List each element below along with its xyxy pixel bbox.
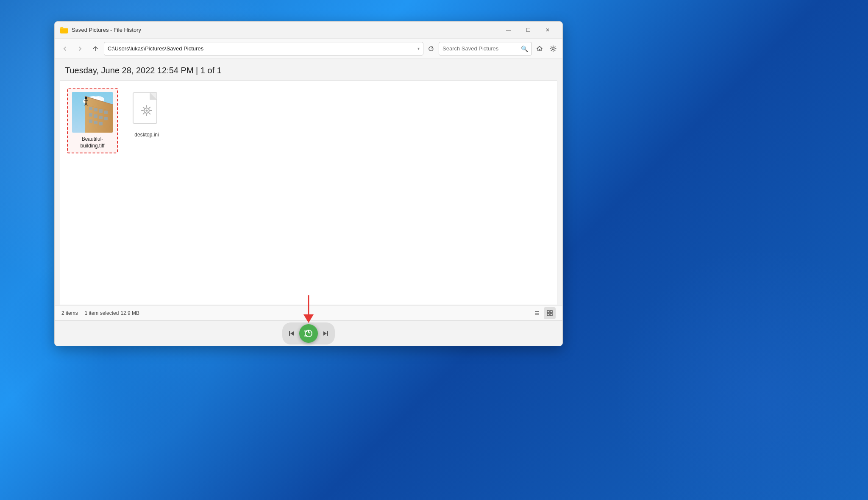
address-chevron-icon: ▾ [417,46,420,51]
view-buttons [531,307,556,319]
file-area: Beautiful-building.tiff [60,81,557,305]
close-button[interactable]: ✕ [538,23,557,37]
svg-rect-11 [89,113,92,117]
svg-rect-44 [550,314,552,316]
content-header: Tuesday, June 28, 2022 12:54 PM | 1 of 1 [55,59,562,81]
settings-button[interactable] [547,43,559,55]
status-bar: 2 items 1 item selected 12.9 MB [55,305,562,320]
svg-marker-52 [323,331,327,336]
window-controls: — ☐ ✕ [499,23,557,37]
svg-rect-13 [99,116,103,119]
playback-controls [282,322,335,344]
toolbar: C:\Users\lukas\Pictures\Saved Pictures ▾… [55,39,562,59]
file-item-desktop-ini[interactable]: desktop.ini [121,88,172,153]
next-icon [323,331,328,336]
refresh-button[interactable] [425,43,437,55]
svg-rect-42 [550,311,552,313]
svg-rect-41 [547,311,549,313]
file-item-building[interactable]: Beautiful-building.tiff [67,88,118,153]
next-button[interactable] [318,326,333,341]
address-bar[interactable]: C:\Users\lukas\Pictures\Saved Pictures ▾ [104,42,423,56]
svg-point-1 [552,47,554,50]
grid-view-icon [546,310,553,317]
list-view-icon [534,310,540,317]
prev-icon [289,331,295,336]
address-text: C:\Users\lukas\Pictures\Saved Pictures [108,45,415,52]
svg-rect-12 [94,114,97,118]
search-box[interactable]: 🔍 [439,42,532,56]
maximize-button[interactable]: ☐ [518,23,538,37]
date-header-text: Tuesday, June 28, 2022 12:54 PM | 1 of 1 [65,66,222,75]
file-name-building: Beautiful-building.tiff [71,136,114,149]
home-button[interactable] [534,43,545,55]
home-icon [536,45,543,52]
svg-point-20 [85,97,87,99]
refresh-icon [428,46,434,52]
file-history-window: Saved Pictures - File History — ☐ ✕ C:\U… [54,21,563,346]
title-bar: Saved Pictures - File History — ☐ ✕ [55,22,562,39]
search-input[interactable] [442,45,518,52]
window-title: Saved Pictures - File History [72,27,499,33]
svg-rect-7 [89,107,92,110]
back-button[interactable] [58,42,72,56]
svg-rect-43 [547,314,549,316]
svg-rect-14 [104,117,108,120]
window-icon [60,26,68,34]
minimize-button[interactable]: — [499,23,518,37]
up-icon [92,46,98,52]
playback-area [55,320,562,346]
grid-view-button[interactable] [544,307,556,319]
svg-rect-17 [99,122,103,125]
file-thumbnail-building [72,92,113,133]
forward-icon [78,46,83,51]
forward-button[interactable] [73,42,87,56]
svg-marker-48 [290,331,294,336]
svg-rect-10 [104,111,108,114]
svg-rect-16 [94,121,97,124]
status-selected-text: 1 item selected [85,310,119,316]
gear-icon [550,45,556,52]
prev-button[interactable] [284,326,299,341]
restore-button[interactable] [299,324,318,343]
building-thumbnail [72,92,113,133]
status-items-count: 2 items [61,310,78,316]
file-name-ini: desktop.ini [134,132,159,139]
svg-point-29 [146,110,148,112]
back-icon [62,46,67,51]
status-size-text: 12.9 MB [120,310,139,316]
ini-file-icon [131,91,162,128]
list-view-button[interactable] [531,307,543,319]
up-button[interactable] [89,42,102,56]
svg-rect-9 [99,109,103,113]
restore-icon [304,329,313,338]
search-icon: 🔍 [521,45,528,52]
svg-rect-15 [89,119,92,123]
svg-rect-8 [94,108,97,111]
